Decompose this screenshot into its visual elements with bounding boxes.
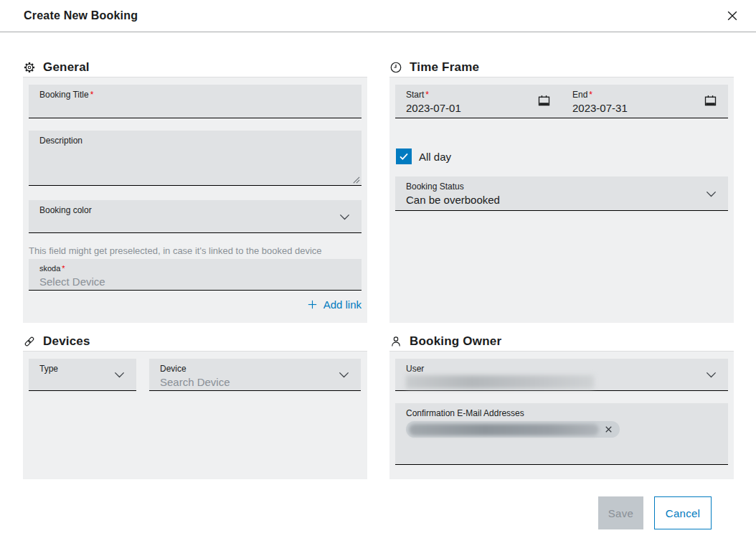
page-title: Create New Booking (24, 9, 138, 22)
x-icon[interactable] (603, 424, 614, 435)
all-day-row: All day (396, 149, 728, 164)
save-button[interactable]: Save (598, 496, 643, 529)
all-day-label[interactable]: All day (419, 151, 451, 163)
section-general-header: General (23, 57, 367, 77)
link-icon (23, 335, 36, 348)
skoda-placeholder: Select Device (39, 275, 351, 289)
booking-color-dropdown[interactable]: Booking color (29, 200, 362, 233)
skoda-label: skoda* (39, 264, 351, 273)
chevron-down-icon (112, 367, 127, 382)
section-general: General Booking Title* Description (23, 32, 367, 323)
start-date-field[interactable]: Start* 2023-07-01 (395, 90, 562, 118)
email-chip-redacted (409, 424, 599, 435)
resize-handle-icon[interactable] (352, 176, 360, 184)
required-asterisk: * (425, 90, 429, 100)
section-time-frame-header: Time Frame (389, 57, 734, 77)
booking-color-label: Booking color (39, 205, 351, 215)
gear-icon (23, 61, 36, 74)
section-devices: Devices Type Device Search D (23, 323, 367, 479)
devices-panel: Type Device Search Device (23, 352, 367, 479)
all-day-checkbox[interactable] (396, 149, 412, 164)
required-asterisk: * (589, 90, 592, 100)
booking-title-field[interactable]: Booking Title* (29, 85, 362, 118)
booking-title-label: Booking Title* (39, 90, 351, 100)
description-input[interactable] (39, 147, 351, 174)
user-label: User (406, 364, 717, 374)
cancel-button[interactable]: Cancel (654, 496, 712, 529)
date-range-field: Start* 2023-07-01 (395, 85, 728, 118)
section-time-frame: Time Frame Start* 2023-07-01 (389, 32, 734, 323)
time-frame-panel: Start* 2023-07-01 (389, 77, 734, 323)
section-booking-owner-title: Booking Owner (410, 334, 501, 349)
section-devices-header: Devices (23, 331, 367, 351)
booking-status-dropdown[interactable]: Booking Status Can be overbooked (395, 176, 728, 211)
end-date-field[interactable]: End* 2023-07-31 (562, 90, 728, 118)
booking-status-label: Booking Status (406, 182, 717, 192)
start-label: Start* (406, 90, 537, 100)
clock-icon (389, 61, 402, 74)
user-value-redacted (406, 375, 594, 389)
email-chip (406, 421, 620, 438)
person-icon (389, 335, 402, 348)
confirmation-email-label: Confirmation E-Mail Addresses (406, 408, 717, 418)
device-type-dropdown[interactable]: Type (29, 359, 136, 391)
description-field[interactable]: Description (29, 131, 362, 186)
plus-icon (306, 298, 318, 311)
end-date-value: 2023-07-31 (572, 101, 703, 116)
required-asterisk: * (90, 90, 94, 100)
skoda-device-field[interactable]: skoda* Select Device (29, 259, 362, 291)
start-date-value: 2023-07-01 (406, 101, 537, 116)
calendar-icon[interactable] (537, 93, 552, 108)
chevron-down-icon (704, 186, 719, 201)
user-dropdown[interactable]: User (395, 359, 728, 391)
general-panel: Booking Title* Description Booking color (23, 77, 367, 323)
close-button[interactable] (724, 7, 741, 24)
chevron-down-icon (704, 367, 719, 382)
calendar-icon[interactable] (703, 93, 718, 108)
device-search-dropdown[interactable]: Device Search Device (149, 359, 361, 391)
end-label: End* (572, 90, 703, 100)
check-icon (398, 151, 410, 162)
section-booking-owner: Booking Owner User Confirmation E-Mail A… (389, 323, 734, 479)
preselect-helper-text: This field might get preselected, in cas… (29, 245, 362, 258)
description-label: Description (39, 136, 351, 146)
confirmation-email-field[interactable]: Confirmation E-Mail Addresses (395, 403, 728, 465)
add-link-button[interactable]: Add link (306, 298, 362, 311)
section-booking-owner-header: Booking Owner (389, 331, 734, 351)
chevron-down-icon (337, 209, 352, 224)
close-icon (725, 9, 740, 23)
booking-owner-panel: User Confirmation E-Mail Addresses (389, 352, 734, 479)
booking-status-value: Can be overbooked (406, 193, 717, 207)
footer-actions: Save Cancel (23, 496, 734, 529)
add-link-label: Add link (323, 298, 362, 311)
section-devices-title: Devices (43, 334, 90, 349)
section-time-frame-title: Time Frame (410, 60, 479, 75)
required-asterisk: * (62, 264, 65, 273)
device-label: Device (160, 364, 350, 374)
modal-header: Create New Booking (0, 0, 756, 32)
booking-title-input[interactable] (39, 101, 351, 113)
section-general-title: General (43, 60, 90, 75)
chevron-down-icon (336, 367, 351, 382)
device-search-placeholder: Search Device (160, 375, 350, 390)
